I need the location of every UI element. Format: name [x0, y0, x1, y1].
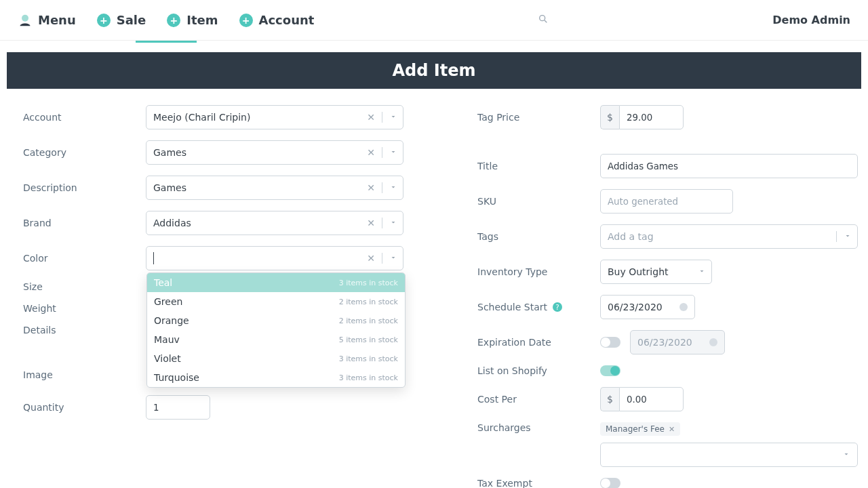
brand-value: Addidas: [152, 218, 360, 228]
category-value: Games: [152, 147, 360, 158]
color-label: Color: [23, 253, 135, 264]
tags-select[interactable]: Add a tag: [600, 224, 858, 249]
account-value: Meejo (Charil Cripin): [152, 112, 360, 123]
chevron-down-icon[interactable]: [842, 449, 850, 460]
nav-sale[interactable]: + Sale: [96, 13, 146, 28]
expiration-label: Expiration Date: [477, 337, 589, 348]
page-title: Add Item: [393, 61, 476, 80]
clear-date-icon[interactable]: [679, 303, 688, 311]
color-option-name: Violet: [154, 353, 181, 364]
chevron-down-icon[interactable]: [836, 231, 852, 242]
tax-exempt-toggle[interactable]: [600, 478, 620, 488]
plus-icon: +: [166, 13, 181, 28]
tag-price-field: $: [600, 105, 684, 129]
page-header: Add Item: [7, 52, 861, 89]
menu-icon: [18, 13, 33, 28]
surcharges-label: Surcharges: [477, 422, 589, 433]
inventory-type-select[interactable]: Buy Outright: [600, 260, 712, 284]
color-option-stock: 5 items in stock: [339, 336, 398, 344]
color-option-stock: 2 items in stock: [339, 298, 398, 306]
cost-per-input[interactable]: [619, 387, 684, 411]
chevron-down-icon[interactable]: [691, 266, 706, 277]
color-option-stock: 3 items in stock: [339, 354, 398, 363]
sku-label: SKU: [477, 196, 589, 207]
color-option[interactable]: Turquoise3 items in stock: [147, 368, 405, 387]
current-user[interactable]: Demo Admin: [772, 14, 850, 26]
quantity-input[interactable]: [146, 395, 210, 420]
expiration-date: 06/23/2020: [630, 330, 725, 354]
active-tab-indicator: [136, 41, 197, 43]
chevron-down-icon[interactable]: [382, 147, 397, 158]
clear-date-icon: [709, 338, 717, 346]
account-select[interactable]: Meejo (Charil Cripin) ✕: [146, 105, 403, 129]
weight-label: Weight: [23, 303, 135, 314]
color-option-name: Green: [154, 296, 182, 307]
color-option-name: Teal: [154, 277, 172, 288]
clear-icon[interactable]: ✕: [360, 218, 382, 228]
schedule-start-value: 06/23/2020: [608, 302, 663, 312]
color-option[interactable]: Violet3 items in stock: [147, 349, 405, 368]
nav-account[interactable]: + Account: [239, 13, 315, 28]
quantity-label: Quantity: [23, 402, 135, 413]
clear-icon[interactable]: ✕: [360, 253, 382, 264]
category-select[interactable]: Games ✕: [146, 140, 403, 165]
color-option[interactable]: Orange2 items in stock: [147, 311, 405, 330]
list-shopify-label: List on Shopify: [477, 365, 589, 376]
tag-price-input[interactable]: [619, 105, 684, 129]
title-input[interactable]: [600, 154, 858, 178]
description-select[interactable]: Games ✕: [146, 176, 403, 200]
clear-icon[interactable]: ✕: [360, 147, 382, 158]
nav-item-label: Item: [186, 13, 218, 27]
dollar-icon: $: [600, 387, 619, 411]
clear-icon[interactable]: ✕: [360, 182, 382, 193]
chevron-down-icon[interactable]: [382, 112, 397, 123]
inventory-type-label: Inventory Type: [477, 266, 589, 277]
svg-point-1: [540, 16, 545, 21]
chevron-down-icon[interactable]: [382, 182, 397, 193]
color-select[interactable]: ✕ Teal3 items in stockGreen2 items in st…: [146, 246, 403, 270]
nav-menu[interactable]: Menu: [18, 13, 76, 28]
details-label: Details: [23, 325, 135, 336]
svg-point-0: [22, 14, 28, 21]
brand-select[interactable]: Addidas ✕: [146, 211, 403, 235]
schedule-start-label: Schedule Start ?: [477, 302, 589, 312]
color-option-name: Mauv: [154, 334, 180, 345]
color-dropdown: Teal3 items in stockGreen2 items in stoc…: [146, 272, 406, 388]
size-label: Size: [23, 281, 135, 292]
color-option[interactable]: Mauv5 items in stock: [147, 330, 405, 349]
image-label: Image: [23, 369, 135, 380]
brand-label: Brand: [23, 218, 135, 228]
account-label: Account: [23, 112, 135, 123]
description-label: Description: [23, 182, 135, 193]
chevron-down-icon[interactable]: [382, 253, 397, 264]
nav-sale-label: Sale: [117, 13, 146, 27]
description-value: Games: [152, 182, 360, 193]
search-icon[interactable]: [538, 14, 549, 26]
color-option[interactable]: Teal3 items in stock: [147, 273, 405, 292]
surcharges-select[interactable]: [600, 443, 858, 467]
inventory-type-value: Buy Outright: [606, 266, 691, 277]
tax-exempt-label: Tax Exempt: [477, 478, 589, 488]
title-label: Title: [477, 161, 589, 171]
nav-item[interactable]: + Item: [166, 13, 218, 28]
surcharge-chip: Manager's Fee ✕: [600, 422, 680, 436]
cost-per-label: Cost Per: [477, 394, 589, 405]
tags-label: Tags: [477, 231, 589, 242]
expiration-toggle[interactable]: [600, 337, 620, 348]
plus-icon: +: [239, 13, 254, 28]
chevron-down-icon[interactable]: [382, 218, 397, 228]
plus-icon: +: [96, 13, 111, 28]
nav-menu-label: Menu: [38, 13, 76, 27]
clear-icon[interactable]: ✕: [360, 112, 382, 123]
remove-chip-icon[interactable]: ✕: [669, 425, 675, 434]
sku-input[interactable]: [600, 189, 733, 214]
tag-price-label: Tag Price: [477, 112, 589, 123]
cost-per-field: $: [600, 387, 684, 411]
help-icon[interactable]: ?: [553, 302, 562, 312]
color-option[interactable]: Green2 items in stock: [147, 292, 405, 311]
list-shopify-toggle[interactable]: [600, 365, 620, 376]
nav-account-label: Account: [259, 13, 315, 27]
schedule-start-date[interactable]: 06/23/2020: [600, 295, 695, 319]
svg-line-2: [545, 20, 547, 22]
category-label: Category: [23, 147, 135, 158]
